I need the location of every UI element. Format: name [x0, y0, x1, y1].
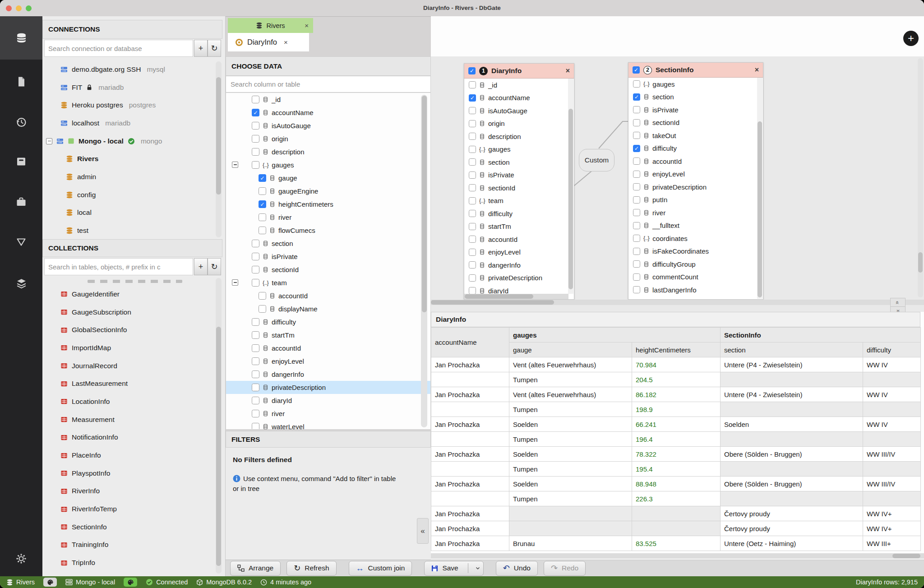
- connection-item-rivers[interactable]: Rivers: [42, 150, 215, 168]
- table-cell[interactable]: [721, 372, 863, 387]
- table-cell[interactable]: [721, 402, 863, 417]
- checkbox[interactable]: [469, 158, 476, 166]
- table-cell[interactable]: [632, 506, 721, 521]
- collection-item-gaugeidentifier[interactable]: GaugeIdentifier: [42, 285, 215, 303]
- archive-nav-icon[interactable]: [0, 149, 42, 174]
- close-card-icon[interactable]: ×: [755, 66, 759, 74]
- tree-scrollbar[interactable]: [421, 95, 427, 427]
- table-row[interactable]: Jan ProchazkaSoelden78.322Obere (Sölden …: [431, 447, 921, 462]
- save-dropdown-chevron[interactable]: [472, 565, 483, 571]
- layers-nav-icon[interactable]: [0, 270, 42, 296]
- connection-item-test[interactable]: test: [42, 222, 215, 240]
- table-cell[interactable]: 204.5: [632, 372, 721, 387]
- table-cell[interactable]: [431, 372, 509, 387]
- designer-vscrollbar[interactable]: [918, 58, 923, 297]
- checkbox[interactable]: [633, 132, 640, 139]
- designer-card-sectioninfo[interactable]: 2SectionInfo×{..}gaugessectionisPrivates…: [628, 62, 763, 300]
- card-column-section[interactable]: section: [464, 156, 574, 169]
- database-color-badge[interactable]: [43, 578, 57, 587]
- checkbox[interactable]: [252, 122, 259, 130]
- table-cell[interactable]: WW IV+: [863, 521, 921, 536]
- table-row[interactable]: Jan ProchazkaČertovy proudyWW IV+: [431, 521, 921, 536]
- tree-item-isautogauge[interactable]: isAutoGauge: [226, 119, 430, 132]
- card-column-isprivate[interactable]: isPrivate: [628, 103, 763, 116]
- table-cell[interactable]: Čertovy proudy: [721, 521, 863, 536]
- files-nav-icon[interactable]: [0, 69, 42, 94]
- tree-item-origin[interactable]: origin: [226, 132, 430, 145]
- card-column-isautogauge[interactable]: isAutoGauge: [464, 104, 574, 117]
- tree-item-gauge[interactable]: gauge: [226, 171, 430, 185]
- checkbox[interactable]: [633, 157, 640, 165]
- table-cell[interactable]: Jan Prochazka: [431, 387, 509, 402]
- table-row[interactable]: Tumpen195.4: [431, 462, 921, 477]
- card-column-privatedescription[interactable]: privateDescription: [464, 272, 574, 285]
- table-cell[interactable]: [431, 432, 509, 447]
- card-column-section[interactable]: section: [628, 91, 763, 104]
- close-tab-icon[interactable]: ×: [284, 38, 288, 46]
- table-cell[interactable]: Soelden: [509, 447, 632, 462]
- card-column-sectionid[interactable]: sectionId: [628, 116, 763, 130]
- checkbox[interactable]: [259, 174, 266, 182]
- designer-card-diaryinfo[interactable]: 1DiaryInfo×_idaccountNameisAutoGaugeorig…: [464, 63, 574, 300]
- card-header[interactable]: 2SectionInfo×: [628, 63, 763, 78]
- tree-item-accountname[interactable]: accountName: [226, 106, 430, 119]
- checkbox[interactable]: [633, 93, 640, 101]
- refresh-button[interactable]: ↻ Refresh: [286, 561, 336, 576]
- connection-color-badge[interactable]: [124, 578, 137, 587]
- table-cell[interactable]: Obere (Sölden - Bruggen): [721, 477, 863, 491]
- checkbox[interactable]: [259, 213, 266, 221]
- table-cell[interactable]: [863, 432, 921, 447]
- tree-item-sectionid[interactable]: sectionId: [226, 263, 430, 276]
- table-cell[interactable]: Obere (Sölden - Bruggen): [721, 447, 863, 462]
- table-cell[interactable]: Soelden: [509, 477, 632, 491]
- table-row[interactable]: Jan ProchazkaSoelden66.241SoeldenWW IV: [431, 417, 921, 432]
- settings-gear-icon[interactable]: [0, 546, 42, 571]
- tree-item-difficulty[interactable]: difficulty: [226, 315, 430, 329]
- collections-search-input[interactable]: [44, 258, 193, 275]
- card-column-privatedescription[interactable]: privateDescription: [628, 181, 763, 194]
- card-column-lastdangerinfotm[interactable]: lastDangerInfoTm: [628, 296, 763, 300]
- grid-hscrollbar[interactable]: [431, 553, 924, 559]
- checkbox[interactable]: [469, 133, 476, 140]
- group-header-sectioninfo[interactable]: SectionInfo: [721, 328, 921, 343]
- checkbox[interactable]: [252, 96, 259, 103]
- checkbox[interactable]: [252, 161, 259, 169]
- checkbox[interactable]: [259, 305, 266, 313]
- table-cell[interactable]: 196.4: [632, 432, 721, 447]
- checkbox[interactable]: [633, 119, 640, 126]
- checkbox[interactable]: [252, 148, 259, 156]
- tree-item-river[interactable]: river: [226, 407, 430, 420]
- table-row[interactable]: Jan ProchazkaSoelden88.948Obere (Sölden …: [431, 477, 921, 491]
- table-cell[interactable]: [431, 491, 509, 506]
- connection-item-local[interactable]: local: [42, 204, 215, 222]
- table-cell[interactable]: 86.182: [632, 387, 721, 402]
- table-cell[interactable]: [509, 521, 632, 536]
- card-column-commentcount[interactable]: commentCount: [628, 271, 763, 284]
- table-cell[interactable]: 88.948: [632, 477, 721, 491]
- card-column-fulltext[interactable]: __fulltext: [628, 219, 763, 232]
- tab-rivers[interactable]: Rivers ×: [228, 18, 313, 33]
- checkbox[interactable]: [252, 370, 259, 378]
- collapse-panel-button[interactable]: «: [417, 518, 429, 544]
- table-cell[interactable]: Tumpen: [509, 491, 632, 506]
- tree-item-privatedescription[interactable]: privateDescription: [226, 381, 430, 394]
- briefcase-nav-icon[interactable]: [0, 189, 42, 214]
- card-column-lastdangerinfo[interactable]: lastDangerInfo: [628, 283, 763, 296]
- table-cell[interactable]: Jan Prochazka: [431, 357, 509, 372]
- checkbox[interactable]: [252, 344, 259, 352]
- table-row[interactable]: Jan ProchazkaVent (altes Feuerwehrhaus)7…: [431, 357, 921, 372]
- collection-item-locationinfo[interactable]: LocationInfo: [42, 393, 215, 411]
- card-column-id[interactable]: _id: [464, 79, 574, 92]
- collapse-expander-icon[interactable]: [232, 162, 238, 168]
- table-cell[interactable]: WW III/IV: [863, 447, 921, 462]
- table-cell[interactable]: Soelden: [509, 417, 632, 432]
- checkbox[interactable]: [252, 240, 259, 247]
- table-cell[interactable]: [721, 462, 863, 477]
- checkbox[interactable]: [469, 171, 476, 179]
- card-column-dangerinfo[interactable]: dangerInfo: [464, 259, 574, 272]
- connection-item-admin[interactable]: admin: [42, 168, 215, 186]
- maximize-window-button[interactable]: [26, 5, 32, 11]
- col-header-section[interactable]: section: [721, 343, 863, 357]
- table-cell[interactable]: 198.9: [632, 402, 721, 417]
- tab-diaryinfo[interactable]: DiaryInfo ×: [228, 33, 309, 51]
